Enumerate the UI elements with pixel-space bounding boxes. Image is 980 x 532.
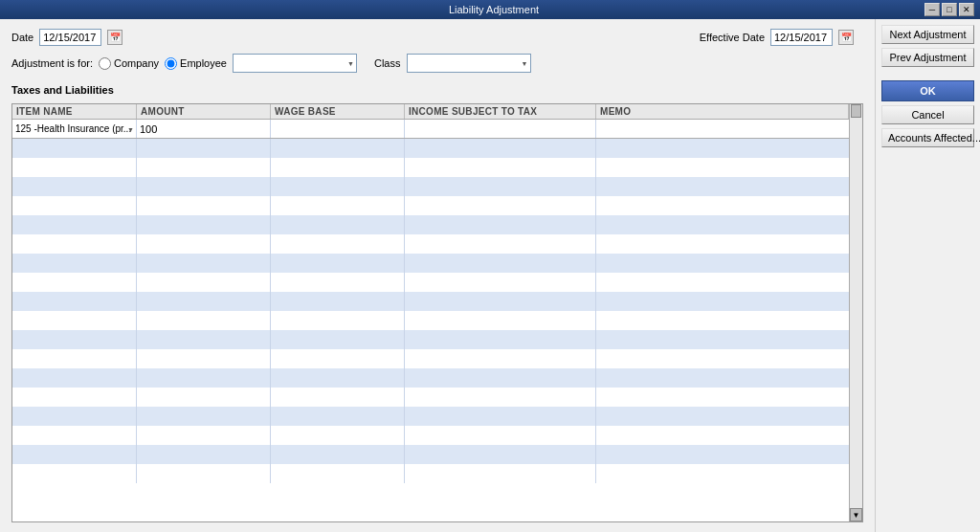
- taxes-section-title: Taxes and Liabilities: [11, 84, 863, 96]
- col-header-income: INCOME SUBJECT TO TAX: [405, 104, 596, 119]
- minimize-button[interactable]: ─: [924, 3, 940, 16]
- memo-cell-empty: [596, 407, 862, 426]
- table-header: ITEM NAME AMOUNT WAGE BASE INCOME SUBJEC…: [12, 104, 862, 120]
- prev-adjustment-button[interactable]: Prev Adjustment: [881, 48, 974, 67]
- memo-cell-empty: [596, 388, 862, 407]
- table-row: [12, 196, 862, 215]
- wage-cell-empty: [271, 254, 405, 273]
- amount-cell-empty: [137, 330, 271, 349]
- memo-input-1[interactable]: [599, 123, 858, 135]
- table-row: [12, 177, 862, 196]
- cancel-button[interactable]: Cancel: [881, 105, 974, 124]
- window-controls[interactable]: ─ □ ✕: [924, 3, 974, 16]
- company-radio-text: Company: [114, 57, 159, 69]
- item-cell-1[interactable]: 125 -Health Insurance (pr...: [12, 120, 137, 138]
- income-cell-empty: [405, 196, 596, 215]
- item-cell-empty: [12, 139, 137, 158]
- adjustment-row: Adjustment is for: Company Employee Clas…: [11, 54, 863, 73]
- income-cell-empty: [405, 388, 596, 407]
- adjustment-label: Adjustment is for:: [11, 57, 93, 69]
- employee-radio-label[interactable]: Employee: [165, 57, 227, 70]
- memo-cell-empty: [596, 330, 862, 349]
- amount-cell-empty: [137, 215, 271, 234]
- accounts-affected-button[interactable]: Accounts Affected...: [881, 128, 974, 147]
- memo-cell-empty: [596, 196, 862, 215]
- wage-cell-empty: [271, 158, 405, 177]
- table-row: [12, 215, 862, 234]
- table-row: [12, 388, 862, 407]
- date-group: Date 📅: [11, 29, 122, 46]
- date-label: Date: [11, 32, 33, 43]
- memo-cell-empty: [596, 368, 862, 388]
- wage-cell-empty: [271, 311, 405, 330]
- amount-cell-1[interactable]: [137, 120, 271, 138]
- title-bar: Liability Adjustment ─ □ ✕: [0, 0, 980, 19]
- table-row: [12, 330, 862, 349]
- income-cell-empty: [405, 292, 596, 311]
- effective-date-calendar-icon[interactable]: 📅: [838, 30, 854, 45]
- memo-cell-empty: [596, 254, 862, 273]
- wage-cell-empty: [271, 215, 405, 234]
- close-button[interactable]: ✕: [959, 3, 974, 16]
- item-cell-empty: [12, 234, 137, 254]
- item-cell-empty: [12, 273, 137, 292]
- class-dropdown[interactable]: [407, 54, 531, 73]
- date-input[interactable]: [39, 29, 101, 46]
- wage-cell-empty: [271, 196, 405, 215]
- memo-cell-empty: [596, 426, 862, 445]
- effective-date-input[interactable]: [770, 29, 833, 46]
- item-cell-empty: [12, 311, 137, 330]
- wage-cell-empty: [271, 292, 405, 311]
- item-cell-empty: [12, 464, 137, 483]
- amount-cell-empty: [137, 273, 271, 292]
- item-cell-empty: [12, 196, 137, 215]
- income-cell-empty: [405, 158, 596, 177]
- ok-button[interactable]: OK: [881, 80, 974, 101]
- employee-dropdown[interactable]: [233, 54, 357, 73]
- amount-cell-empty: [137, 254, 271, 273]
- memo-cell-empty: [596, 177, 862, 196]
- next-adjustment-button[interactable]: Next Adjustment: [881, 25, 974, 44]
- company-radio-label[interactable]: Company: [99, 57, 159, 70]
- memo-cell-empty: [596, 464, 862, 483]
- wage-cell-empty: [271, 445, 405, 464]
- wage-input-1[interactable]: [274, 123, 401, 135]
- item-cell-empty: [12, 215, 137, 234]
- income-cell-1[interactable]: [405, 120, 596, 138]
- amount-cell-empty: [137, 445, 271, 464]
- amount-cell-empty: [137, 349, 271, 368]
- income-input-1[interactable]: [408, 123, 592, 135]
- item-cell-empty: [12, 158, 137, 177]
- memo-cell-empty: [596, 349, 862, 368]
- wage-cell-empty: [271, 368, 405, 388]
- table-body: 125 -Health Insurance (pr...: [12, 120, 862, 516]
- income-cell-empty: [405, 311, 596, 330]
- table-row: [12, 139, 862, 158]
- wage-cell-empty: [271, 273, 405, 292]
- amount-cell-empty: [137, 292, 271, 311]
- memo-cell-1[interactable]: [596, 120, 862, 138]
- date-calendar-icon[interactable]: 📅: [107, 30, 122, 45]
- income-cell-empty: [405, 273, 596, 292]
- col-header-item: ITEM NAME: [12, 104, 137, 119]
- employee-radio[interactable]: [165, 57, 177, 70]
- class-dropdown-wrapper: [407, 54, 531, 73]
- wage-cell-1[interactable]: [271, 120, 405, 138]
- maximize-button[interactable]: □: [942, 3, 957, 16]
- taxes-table: ITEM NAME AMOUNT WAGE BASE INCOME SUBJEC…: [11, 103, 863, 522]
- wage-cell-empty: [271, 426, 405, 445]
- amount-input-1[interactable]: [140, 123, 267, 135]
- table-row: [12, 158, 862, 177]
- table-row: [12, 445, 862, 464]
- amount-cell-empty: [137, 464, 271, 483]
- table-row: [12, 464, 862, 483]
- scrollbar[interactable]: ▼: [849, 104, 862, 521]
- amount-cell-empty: [137, 234, 271, 254]
- effective-date-group: Effective Date 📅: [700, 29, 854, 46]
- table-row: [12, 368, 862, 388]
- company-radio[interactable]: [99, 57, 111, 70]
- employee-radio-text: Employee: [180, 57, 227, 69]
- item-cell-empty: [12, 330, 137, 349]
- wage-cell-empty: [271, 330, 405, 349]
- item-cell-empty: [12, 177, 137, 196]
